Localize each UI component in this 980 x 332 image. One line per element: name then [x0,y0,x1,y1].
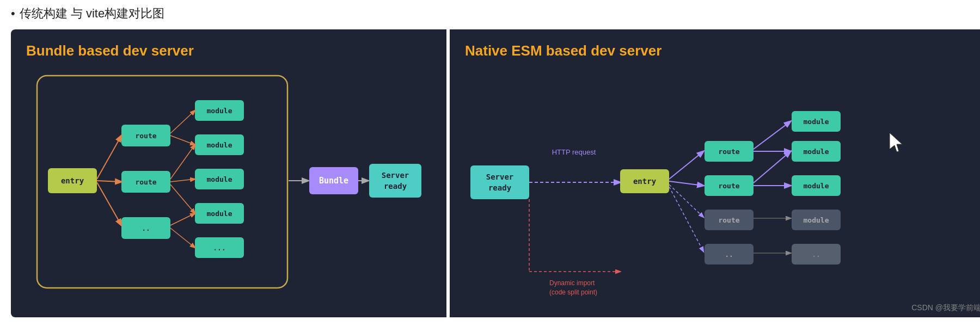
svg-text:Dynamic import: Dynamic import [549,279,595,287]
svg-line-27 [170,213,195,225]
svg-line-61 [669,151,703,179]
svg-rect-36 [470,165,529,199]
svg-text:entry: entry [61,176,84,185]
svg-text:module: module [207,107,232,115]
svg-text:Bundle: Bundle [319,176,348,186]
svg-text:module: module [207,141,232,149]
svg-line-20 [97,181,121,182]
svg-line-19 [97,136,121,179]
svg-text:route: route [718,216,739,224]
left-diagram: entry route route .. module module modul… [26,70,431,304]
svg-rect-32 [369,164,421,198]
svg-text:module: module [804,147,829,156]
svg-text:..: .. [725,250,733,259]
svg-text:..: .. [142,224,150,232]
page-wrapper: • 传统构建 与 vite构建对比图 Bundle based dev serv… [0,0,980,332]
svg-text:module: module [804,182,829,190]
left-panel: Bundle based dev server entry route rout… [11,29,446,317]
svg-text:route: route [135,178,156,186]
svg-text:..: .. [812,250,820,259]
svg-line-64 [669,187,703,251]
svg-line-23 [170,136,195,145]
svg-line-21 [97,182,121,225]
svg-text:ready: ready [488,183,512,192]
svg-text:(code split point): (code split point) [549,288,597,296]
svg-text:module: module [804,118,829,126]
svg-line-25 [170,179,195,182]
watermark: CSDN @我要学前端！ [911,303,980,313]
svg-line-67 [754,151,791,183]
left-panel-title: Bundle based dev server [26,42,431,59]
svg-text:route: route [135,132,156,140]
svg-text:entry: entry [633,177,657,186]
svg-text:ready: ready [384,182,407,190]
page-title: • 传统构建 与 vite构建对比图 [11,5,969,22]
svg-line-63 [669,185,703,217]
svg-text:route: route [718,147,739,156]
svg-text:route: route [718,182,739,190]
svg-text:...: ... [213,244,225,252]
right-panel-title: Native ESM based dev server [465,42,980,59]
right-panel: Native ESM based dev server [450,29,980,317]
svg-text:module: module [207,210,232,218]
svg-text:module: module [804,216,829,224]
svg-line-65 [754,121,791,149]
svg-line-26 [170,185,195,213]
right-diagram: Server ready HTTP request entry route ro… [465,70,980,304]
svg-text:module: module [207,175,232,183]
diagrams-row: Bundle based dev server entry route rout… [11,29,969,317]
svg-marker-75 [890,133,902,152]
svg-text:Server: Server [382,171,409,180]
svg-line-28 [170,228,195,248]
svg-text:HTTP request: HTTP request [552,148,596,156]
svg-line-22 [170,110,195,133]
svg-line-62 [669,181,703,186]
svg-text:Server: Server [486,173,514,181]
svg-line-24 [170,145,195,179]
